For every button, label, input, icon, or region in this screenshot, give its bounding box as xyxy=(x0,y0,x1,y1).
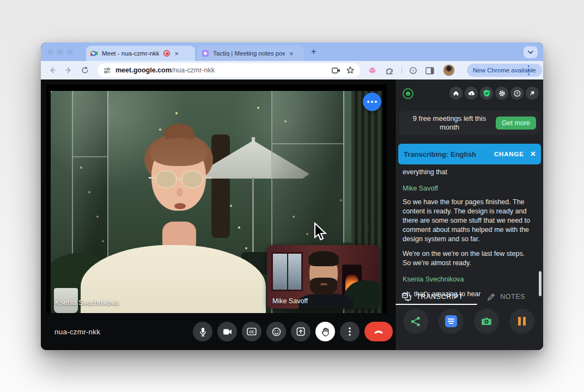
settings-button[interactable] xyxy=(495,87,508,100)
reload-button[interactable] xyxy=(79,64,91,76)
pin-button[interactable] xyxy=(526,87,539,100)
tactiq-favicon-icon xyxy=(202,50,209,57)
camera-icon xyxy=(223,328,232,335)
get-more-button[interactable]: Get more xyxy=(496,117,536,130)
tactiq-sidebar: ? 9 free meetings left this month Get mo… xyxy=(395,79,543,350)
tab-strip: Meet - nua-czmr-nkk × Tactiq | Meeting n… xyxy=(41,42,543,61)
camera-button[interactable] xyxy=(217,322,237,341)
meet-control-bar: nua-czmr-nkk xyxy=(41,313,395,350)
tab-tactiq[interactable]: Tactiq | Meeting notes powe × xyxy=(197,46,304,61)
side-panel-icon[interactable] xyxy=(425,66,434,75)
extension-icon[interactable] xyxy=(409,66,418,75)
tab-title: Meet - nua-czmr-nkk xyxy=(102,50,159,57)
transcript-speaker: Ksenia Svechnikova xyxy=(403,275,533,284)
close-banner-icon[interactable]: × xyxy=(531,150,536,158)
privacy-shield-button[interactable] xyxy=(480,87,493,100)
microphone-button[interactable] xyxy=(193,322,212,341)
transcript-text: So we have the four pages finished. The … xyxy=(403,198,533,244)
tab-title: Tactiq | Meeting notes powe xyxy=(213,50,285,57)
browser-window: Meet - nua-czmr-nkk × Tactiq | Meeting n… xyxy=(41,42,543,350)
address-bar[interactable]: meet.google.com/nua-czmr-nkk xyxy=(98,63,360,77)
more-options-button[interactable] xyxy=(340,322,360,341)
end-call-icon xyxy=(373,329,384,334)
close-window-icon[interactable] xyxy=(47,49,53,55)
present-button[interactable] xyxy=(291,322,311,341)
screenshot-camera-icon xyxy=(481,317,492,326)
usage-text: 9 free meetings left this month xyxy=(403,114,496,132)
home-icon xyxy=(453,90,459,96)
pip-window xyxy=(271,252,303,291)
pencil-icon xyxy=(487,293,495,301)
back-arrow-icon xyxy=(48,66,56,74)
open-docs-button[interactable] xyxy=(439,309,464,334)
meeting-code: nua-czmr-nkk xyxy=(54,328,100,336)
shield-check-icon xyxy=(483,89,490,97)
tab-camera-icon[interactable] xyxy=(332,67,340,74)
reactions-icon xyxy=(272,327,281,336)
tab-meet[interactable]: Meet - nua-czmr-nkk × xyxy=(86,46,195,61)
back-button[interactable] xyxy=(46,64,58,76)
tab-search-button[interactable] xyxy=(524,46,538,58)
chat-bubbles-icon xyxy=(402,293,411,301)
minimize-window-icon[interactable] xyxy=(57,49,63,55)
browser-toolbar: meet.google.com/nua-czmr-nkk New Chrome … xyxy=(41,61,543,79)
share-icon xyxy=(411,316,421,327)
url-path: /nua-czmr-nkk xyxy=(172,66,215,74)
raise-hand-button[interactable] xyxy=(315,322,335,341)
pause-recording-button[interactable] xyxy=(509,309,534,334)
tab-notes-label: NOTES xyxy=(500,293,525,301)
glasses-right-lens xyxy=(181,170,203,188)
docs-icon xyxy=(445,315,457,327)
captions-button[interactable]: CC xyxy=(242,322,261,341)
bookmark-star-icon[interactable] xyxy=(346,66,355,75)
main-video-tile: Ksenia Svechnikova Mike Savoff xyxy=(46,84,387,313)
reactions-button[interactable] xyxy=(266,322,286,341)
close-tab-icon[interactable]: × xyxy=(174,50,179,57)
pause-icon xyxy=(518,317,526,326)
url-text: meet.google.com/nua-czmr-nkk xyxy=(115,66,215,74)
transcript-text: everything that xyxy=(403,168,533,177)
transcribing-label: Transcribing: English xyxy=(404,150,494,158)
pip-name-label: Mike Savoff xyxy=(272,297,308,305)
cloud-icon xyxy=(468,90,475,96)
toolbar-divider xyxy=(402,67,402,74)
settings-gear-icon xyxy=(498,90,506,97)
new-tab-button[interactable]: + xyxy=(311,47,316,57)
svg-text:CC: CC xyxy=(249,330,254,334)
recording-indicator-icon xyxy=(163,50,170,57)
mouse-cursor xyxy=(313,222,327,243)
change-language-button[interactable]: CHANGE xyxy=(494,151,524,157)
participant-name-label: Ksenia Svechnikova xyxy=(55,298,119,307)
home-button[interactable] xyxy=(449,87,463,100)
help-icon: ? xyxy=(514,90,521,97)
update-chrome-button[interactable]: New Chrome available xyxy=(467,64,542,77)
profile-avatar[interactable] xyxy=(443,64,455,76)
transcript-scrollbar[interactable] xyxy=(539,271,542,296)
transcript-speaker: Mike Savoff xyxy=(403,184,533,193)
end-call-button[interactable] xyxy=(364,322,393,341)
active-tab-underline xyxy=(396,304,477,305)
forward-arrow-icon xyxy=(65,66,72,74)
tab-transcript[interactable]: TRANSCRIPT xyxy=(396,289,470,305)
chevron-down-icon xyxy=(528,51,533,54)
cloud-button[interactable] xyxy=(465,87,478,100)
extensions-puzzle-icon[interactable] xyxy=(385,66,394,75)
tactiq-extension-icon[interactable] xyxy=(368,66,377,75)
tab-notes[interactable]: NOTES xyxy=(470,289,544,305)
floating-chat-bubble-icon[interactable] xyxy=(363,93,381,111)
tree-trunk xyxy=(211,134,230,238)
share-button[interactable] xyxy=(403,309,428,334)
close-tab-icon[interactable]: × xyxy=(289,50,294,57)
help-button[interactable]: ? xyxy=(510,87,524,100)
screenshot-button[interactable] xyxy=(474,309,499,334)
pip-video-tile[interactable]: Mike Savoff xyxy=(267,245,380,309)
reload-icon xyxy=(81,66,89,74)
zoom-window-icon[interactable] xyxy=(67,49,73,55)
transcript-text: We're on the we're on the last few steps… xyxy=(403,249,533,268)
mouth xyxy=(174,203,186,209)
forward-button[interactable] xyxy=(63,64,75,76)
pin-icon xyxy=(529,90,536,96)
site-settings-icon[interactable] xyxy=(103,66,111,75)
record-target-icon xyxy=(403,88,413,99)
browser-menu-icon[interactable] xyxy=(528,65,530,75)
